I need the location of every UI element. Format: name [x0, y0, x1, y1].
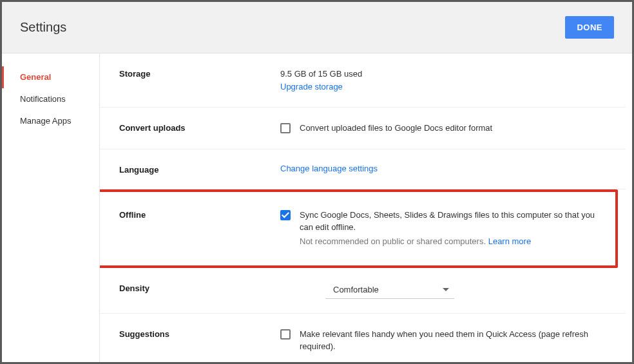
- section-convert-uploads: Convert uploads Convert uploaded files t…: [100, 108, 626, 149]
- settings-dialog: Settings DONE General Notifications Mana…: [2, 2, 632, 362]
- dropdown-caret-icon: [443, 288, 449, 291]
- section-suggestions: Suggestions Make relevant files handy wh…: [100, 314, 626, 363]
- dialog-header: Settings DONE: [2, 2, 632, 53]
- offline-highlight-box: Offline Sync Google Docs, Sheets, Slides…: [100, 189, 618, 268]
- offline-sync-checkbox[interactable]: [280, 210, 291, 220]
- sidebar-item-notifications[interactable]: Notifications: [2, 88, 99, 110]
- section-label-offline: Offline: [119, 209, 280, 220]
- section-body-storage: 9.5 GB of 15 GB used Upgrade storage: [280, 68, 606, 93]
- storage-usage-text: 9.5 GB of 15 GB used: [280, 68, 606, 81]
- density-select[interactable]: Comfortable: [325, 282, 454, 299]
- sidebar-item-label: General: [20, 72, 51, 82]
- section-storage: Storage 9.5 GB of 15 GB used Upgrade sto…: [100, 53, 626, 108]
- sidebar-item-general[interactable]: General: [2, 66, 99, 88]
- density-selected-value: Comfortable: [333, 285, 379, 294]
- done-button[interactable]: DONE: [565, 16, 614, 39]
- page-title: Settings: [20, 20, 66, 35]
- sidebar-item-label: Manage Apps: [20, 116, 72, 126]
- upgrade-storage-link[interactable]: Upgrade storage: [280, 82, 343, 91]
- offline-sync-text: Sync Google Docs, Sheets, Slides & Drawi…: [300, 209, 596, 234]
- section-body-offline: Sync Google Docs, Sheets, Slides & Drawi…: [280, 209, 596, 246]
- convert-uploads-checkbox[interactable]: [280, 123, 291, 133]
- dialog-body: General Notifications Manage Apps Storag…: [2, 53, 632, 362]
- suggestions-checkbox[interactable]: [280, 329, 291, 340]
- settings-sidebar: General Notifications Manage Apps: [2, 53, 100, 362]
- section-body-suggestions: Make relevant files handy when you need …: [280, 328, 606, 353]
- convert-uploads-text: Convert uploaded files to Google Docs ed…: [300, 122, 492, 135]
- section-language: Language Change language settings: [100, 149, 626, 189]
- section-offline: Offline Sync Google Docs, Sheets, Slides…: [100, 192, 615, 265]
- sidebar-item-label: Notifications: [20, 94, 66, 104]
- offline-note-text: Not recommended on public or shared comp…: [300, 236, 486, 246]
- offline-learn-more-link[interactable]: Learn more: [488, 236, 531, 246]
- settings-content[interactable]: Storage 9.5 GB of 15 GB used Upgrade sto…: [100, 53, 632, 362]
- change-language-link[interactable]: Change language settings: [280, 164, 378, 173]
- section-body-density: Comfortable: [280, 282, 606, 299]
- section-density: Density Comfortable: [100, 268, 626, 314]
- section-label-storage: Storage: [119, 68, 280, 79]
- section-body-language: Change language settings: [280, 164, 606, 173]
- section-label-convert: Convert uploads: [119, 122, 280, 133]
- sidebar-item-manage-apps[interactable]: Manage Apps: [2, 110, 99, 132]
- offline-note: Not recommended on public or shared comp…: [300, 236, 596, 246]
- suggestions-text: Make relevant files handy when you need …: [300, 328, 606, 353]
- section-body-convert: Convert uploaded files to Google Docs ed…: [280, 122, 606, 135]
- section-label-suggestions: Suggestions: [119, 328, 280, 339]
- section-label-language: Language: [119, 164, 280, 175]
- section-label-density: Density: [119, 282, 280, 293]
